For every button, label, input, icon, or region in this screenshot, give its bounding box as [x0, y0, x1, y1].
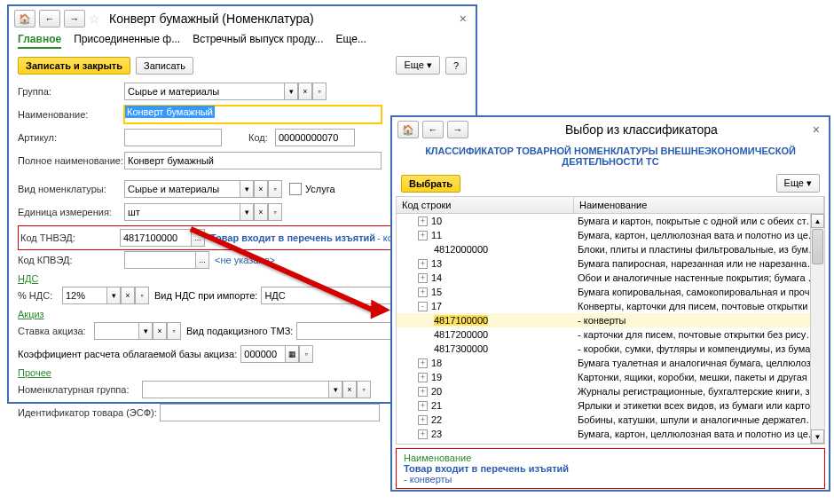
lookup-icon[interactable]: ...: [195, 251, 209, 269]
excise-rate-input[interactable]: [94, 322, 138, 340]
back-button[interactable]: ←: [39, 10, 60, 28]
scroll-thumb[interactable]: [812, 229, 823, 264]
select-button[interactable]: Выбрать: [401, 175, 460, 193]
kind-input[interactable]: [124, 180, 240, 198]
name-input[interactable]: Конверт бумажный: [125, 106, 215, 118]
coef-input[interactable]: [240, 345, 285, 363]
service-checkbox[interactable]: [289, 183, 302, 195]
home-button[interactable]: 🏠: [397, 121, 419, 138]
open-icon[interactable]: ▫: [299, 345, 313, 363]
expand-icon[interactable]: +: [418, 217, 428, 226]
esf-input[interactable]: [160, 404, 380, 421]
clear-icon[interactable]: ×: [254, 180, 268, 198]
collapse-icon[interactable]: -: [418, 302, 428, 311]
more-button[interactable]: Еще ▾: [776, 174, 820, 193]
clear-icon[interactable]: ×: [121, 287, 135, 304]
close-button[interactable]: ×: [809, 122, 823, 137]
table-row[interactable]: +22Бобины, катушки, шпули и аналогичные …: [397, 413, 824, 427]
more-button[interactable]: Еще ▾: [396, 56, 439, 75]
clear-icon[interactable]: ×: [153, 322, 167, 340]
table-row[interactable]: +20Журналы регистрационные, бухгалтерски…: [397, 384, 824, 398]
dropdown-icon[interactable]: ▾: [240, 180, 254, 198]
help-button[interactable]: ?: [445, 57, 467, 75]
row-name: Бумага, картон, целлюлозная вата и полот…: [574, 429, 824, 439]
dropdown-icon[interactable]: ▾: [240, 203, 254, 221]
tab-main[interactable]: Главное: [18, 33, 61, 49]
row-name: Журналы регистрационные, бухгалтерские к…: [574, 386, 824, 397]
calc-icon[interactable]: ▦: [285, 345, 299, 363]
forward-button[interactable]: →: [64, 10, 85, 28]
dropdown-icon[interactable]: ▾: [138, 322, 153, 340]
clear-icon[interactable]: ×: [254, 203, 268, 221]
tab-counter[interactable]: Встречный выпуск проду...: [193, 33, 323, 49]
dropdown-icon[interactable]: ▾: [284, 83, 298, 100]
table-row[interactable]: +21Ярлыки и этикетки всех видов, из бума…: [397, 398, 824, 413]
table-row[interactable]: 4817200000- карточки для писем, почтовые…: [397, 327, 824, 342]
group-input[interactable]: [124, 83, 284, 100]
dropdown-icon[interactable]: ▾: [328, 381, 342, 398]
expand-icon[interactable]: +: [418, 387, 428, 397]
expand-icon[interactable]: +: [418, 231, 428, 240]
table-row[interactable]: +19Картонки, ящики, коробки, мешки, паке…: [397, 370, 824, 384]
kpved-input[interactable]: [124, 251, 195, 269]
table-row[interactable]: +11Бумага, картон, целлюлозная вата и по…: [397, 228, 824, 242]
excise-kind-input[interactable]: [296, 322, 394, 340]
code-input[interactable]: [275, 129, 355, 146]
nds-imp-input[interactable]: [261, 287, 394, 304]
table-row[interactable]: 4812000000Блоки, плиты и пластины фильтр…: [397, 242, 824, 256]
expand-icon[interactable]: +: [418, 373, 428, 382]
expand-icon[interactable]: +: [418, 415, 428, 425]
table-row[interactable]: +14Обои и аналогичные настенные покрытия…: [397, 271, 824, 285]
nom-group-input[interactable]: [142, 381, 328, 398]
expand-icon[interactable]: +: [418, 259, 428, 269]
open-icon[interactable]: ▫: [357, 381, 371, 398]
nds-pct-input[interactable]: [62, 287, 106, 304]
table-row[interactable]: +18Бумага туалетная и аналогичная бумага…: [397, 356, 824, 370]
tab-attached[interactable]: Присоединенные ф...: [74, 33, 180, 49]
article-input[interactable]: [124, 129, 222, 146]
lookup-icon[interactable]: ...: [191, 229, 205, 247]
expand-icon[interactable]: +: [418, 273, 428, 283]
dropdown-icon[interactable]: ▾: [106, 287, 121, 304]
expand-icon[interactable]: +: [418, 358, 428, 368]
open-icon[interactable]: ▫: [312, 83, 327, 100]
open-icon[interactable]: ▫: [268, 203, 282, 221]
table-row[interactable]: +13Бумага папиросная, нарезанная или не …: [397, 256, 824, 271]
close-button[interactable]: ×: [456, 12, 470, 26]
open-icon[interactable]: ▫: [135, 287, 149, 304]
home-button[interactable]: 🏠: [14, 10, 35, 28]
tab-more[interactable]: Еще...: [335, 33, 366, 49]
open-icon[interactable]: ▫: [167, 322, 181, 340]
fullname-input[interactable]: [124, 152, 382, 169]
scroll-up-icon[interactable]: ▲: [811, 214, 824, 228]
scroll-down-icon[interactable]: ▼: [811, 429, 824, 444]
table-row[interactable]: +15Бумага копировальная, самокопировальн…: [397, 285, 824, 299]
tnved-link[interactable]: Товар входит в перечень изъятий: [210, 232, 375, 243]
row-name: Печатные книги, газеты, репродукции и др…: [574, 443, 824, 445]
col-code[interactable]: Код строки: [397, 197, 574, 213]
table-row[interactable]: 4817100000- конверты: [397, 313, 824, 327]
table-row[interactable]: +23Бумага, картон, целлюлозная вата и по…: [397, 427, 824, 441]
save-close-button[interactable]: Записать и закрыть: [18, 57, 130, 75]
expand-icon[interactable]: +: [418, 401, 428, 411]
table-row[interactable]: -17Конверты, карточки для писем, почтовы…: [397, 299, 824, 313]
expand-icon[interactable]: +: [418, 429, 428, 439]
table-row[interactable]: 4817300000- коробки, сумки, футляры и ко…: [397, 342, 824, 356]
col-name[interactable]: Наименование: [574, 197, 824, 213]
expand-icon[interactable]: +: [418, 444, 428, 445]
favorite-icon[interactable]: ☆: [89, 12, 100, 26]
tnved-input[interactable]: [120, 229, 191, 247]
back-button[interactable]: ←: [422, 121, 444, 138]
row-code: 17: [431, 301, 442, 311]
table-row[interactable]: +10Бумага и картон, покрытые с одной или…: [397, 214, 824, 228]
forward-button[interactable]: →: [447, 121, 468, 138]
kpved-link[interactable]: <не указано>: [215, 255, 275, 265]
save-button[interactable]: Записать: [136, 57, 193, 75]
unit-input[interactable]: [124, 203, 240, 221]
table-row[interactable]: +49Печатные книги, газеты, репродукции и…: [397, 441, 824, 445]
clear-icon[interactable]: ×: [298, 83, 312, 100]
clear-icon[interactable]: ×: [342, 381, 357, 398]
expand-icon[interactable]: +: [418, 287, 428, 297]
classifier-grid[interactable]: +10Бумага и картон, покрытые с одной или…: [396, 214, 825, 445]
open-icon[interactable]: ▫: [268, 180, 282, 198]
